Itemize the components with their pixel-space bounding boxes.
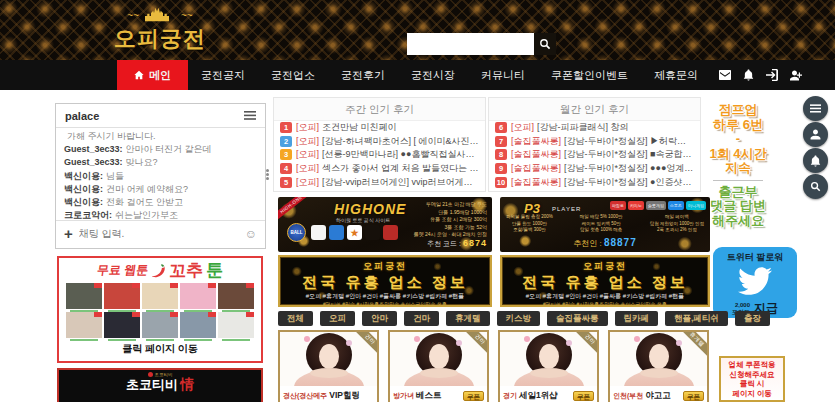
twitter-follow-banner[interactable]: 트위터 팔로워 2,000포인트 지급	[713, 247, 797, 318]
search-icon	[810, 181, 821, 192]
tab-lipcafe[interactable]: 립카페	[615, 311, 659, 326]
search-input[interactable]	[407, 33, 534, 55]
tab-kissbang[interactable]: 키스방	[497, 311, 541, 326]
banner-tags: #오피 #휴게텔 #안마 #건마 #풀싸롱 #키스방 #립카페 #핸플	[280, 292, 490, 301]
site-logo[interactable]: ~~ ~~ 오피궁전	[108, 3, 212, 53]
shop-card[interactable]: 건마 방가녀 베스트 쿠폰	[388, 330, 489, 402]
shop-card-label: 방가녀 베스트 쿠폰	[390, 388, 487, 402]
adduser-icon[interactable]	[790, 70, 802, 81]
chat-input[interactable]	[79, 228, 239, 239]
chat-message-list[interactable]: 가해 주시기 바랍니다. Guest_3ec33:안마아 터진거 같은데 Gue…	[56, 128, 265, 220]
nav-shops[interactable]: 궁전업소	[258, 60, 328, 90]
shop-card[interactable]: 건마 경기 세일1위샵 쿠폰	[498, 330, 599, 402]
review-list-item[interactable]: 3 [오피] [선릉-9만백마나라] ●●홈빨직접실사●●초이스 성공률100	[274, 148, 485, 162]
nav-partnership[interactable]: 제휴문의	[641, 60, 711, 90]
tab-gunma[interactable]: 건마	[404, 311, 439, 326]
bell-fab[interactable]	[803, 148, 828, 173]
category-tab-bar: 전체 오피 안마 건마 휴게텔 키스방 술집풀싸롱 립카페 핸플,페티쉬 출장	[278, 311, 710, 326]
chat-message: 백신이용:건마 어케 예약해요?	[64, 183, 257, 196]
palace-info-banner[interactable]: 오피궁전 전국 유흥 업소 정보 #오피 #휴게텔 #안마 #건마 #풀싸롱 #…	[278, 255, 492, 307]
banner-headline: 전국 유흥 업소 정보	[280, 273, 490, 290]
ball-emblem-icon: BALL	[287, 223, 306, 242]
promo-line: 댓글 답변	[705, 199, 771, 214]
nav-community[interactable]: 커뮤니티	[468, 60, 538, 90]
review-list-item[interactable]: 4 [오피] 섹스가 좋아서 업계 처음 발들였다는 초이 22살 솔직 간략 …	[274, 162, 485, 176]
shop-region: 경산(경산메주	[283, 391, 327, 401]
nav-main[interactable]: 메인	[117, 60, 188, 90]
promo-line: -	[705, 132, 771, 147]
nav-label: 커뮤니티	[481, 68, 525, 83]
p3-ad-banner[interactable]: P3 PLAYER 파칭코 카지노 슬롯게임 스포츠 미니게임 파워볼 롤링 총…	[500, 197, 710, 252]
review-list-item[interactable]: 1 [오피] 조건만남 미친페이	[274, 121, 485, 135]
webtoon-thumbnail	[104, 312, 140, 338]
review-list-item[interactable]: 6 [오피] [강남-피파클래식] 창의	[489, 121, 700, 135]
category-tag: [오피]	[296, 135, 319, 148]
coupon-badge: 쿠폰	[683, 391, 704, 401]
shop-name: 세일1위샵	[519, 390, 558, 402]
tab-opi[interactable]: 오피	[320, 311, 355, 326]
review-title: 섹스가 좋아서 업계 처음 발들였다는 초이 22살 솔직 간략 후기	[322, 162, 479, 175]
nav-reviews[interactable]: 궁전후기	[328, 60, 398, 90]
review-list-item[interactable]: 10 [술집풀싸롱] [강남-두바이*정실장] ●인증샷●윗치기작렬♥69자	[489, 175, 700, 189]
game-icon: ★	[347, 225, 362, 240]
nav-coupon-event[interactable]: 쿠폰할인이벤트	[538, 60, 641, 90]
rank-badge: 9	[495, 163, 507, 174]
weekly-review-panel: 주간 인기 후기 1 [오피] 조건만남 미친페이 2 [오피] [강남-하녀팩…	[273, 97, 486, 192]
tab-handple[interactable]: 핸플,페티쉬	[665, 311, 728, 326]
review-list-item[interactable]: 8 [술집풀싸롱] [강남-두바이*정실장] ■속궁합잘맞는댓■ 자지빠 2	[489, 148, 700, 162]
signin-icon[interactable]	[766, 69, 778, 81]
shop-card-label: 인천(부천 야고고 쿠폰	[610, 388, 707, 402]
referral-code: 추천인 : 88877	[500, 237, 710, 249]
highone-ad-banner[interactable]: HIGH-ONE HIGHONE 하이원 토토 공식 사이트 BALL ★ 투데…	[278, 197, 492, 252]
attach-plus-icon[interactable]: +	[64, 227, 73, 241]
shop-region: 인천(부천	[613, 391, 643, 401]
nav-label: 궁전후기	[341, 68, 385, 83]
nav-notice[interactable]: 궁전공지	[188, 60, 258, 90]
mail-icon[interactable]	[719, 70, 731, 80]
menu-fab[interactable]	[803, 96, 828, 121]
review-list-item[interactable]: 7 [술집풀싸롱] [강남-두바이*정실장] ▶허락받고 찍사찍음 ㅋㅋ 빨통	[489, 135, 700, 149]
banner-tags-secondary: #페티쉬 #립슬 #신림유흥주말떡속 초이스굿일떡속 유흥	[280, 301, 490, 307]
category-tag: [오피]	[511, 121, 534, 134]
review-list-item[interactable]: 2 [오피] [강남-하녀팩마초어스] [ 에이미&사진 ] 달해보세요 .. …	[274, 135, 485, 149]
category-ribbon: 건마	[463, 332, 487, 357]
webtoon-ad-banner[interactable]: 무료 웹툰 꼬추 툰 클릭 페이지 이동	[57, 256, 263, 363]
tab-all[interactable]: 전체	[278, 311, 313, 326]
category-tag: [오피]	[296, 148, 319, 161]
nav-market[interactable]: 궁전시장	[398, 60, 468, 90]
search-fab[interactable]	[803, 174, 828, 199]
shop-card[interactable]: 건마 경산(경산메주 VIP힐링	[278, 330, 379, 402]
chocotv-ad-banner[interactable]: 초코티비 초코티비情	[57, 368, 263, 402]
rank-badge: 3	[280, 149, 292, 160]
flourish-left: ~~	[127, 9, 139, 23]
search-button[interactable]	[534, 33, 556, 55]
category-tag: [오피]	[296, 121, 319, 134]
game-icon-row: ★	[311, 225, 398, 240]
review-list-item[interactable]: 9 [술집풀싸롱] [강남-두바이*정실장] ●●●엉계역시 좋아요-조임	[489, 162, 700, 176]
game-chip: 파칭코	[610, 201, 626, 210]
coupon-apply-banner[interactable]: 업체 쿠폰적용 신청해주세요 클릭 시 페이지 이동	[719, 356, 785, 402]
user-fab[interactable]	[803, 122, 828, 147]
review-list-item[interactable]: 5 [오피] [강남-vvip러브어게인] vvip러브어게인 제니를 닮은듯한…	[274, 175, 485, 189]
logo-text: 오피궁전	[108, 23, 212, 53]
review-title: [선릉-9만백마나라] ●●홈빨직접실사●●초이스 성공률100	[322, 148, 479, 161]
review-title: [강남-피파클래식] 창의	[537, 121, 629, 134]
palace-icon	[142, 6, 178, 23]
hamburger-icon[interactable]	[244, 111, 256, 120]
page: ~~ ~~ 오피궁전 메인 궁전공지 궁전업소	[0, 0, 835, 402]
chili-icon	[151, 263, 166, 278]
nav-label: 궁전업소	[271, 68, 315, 83]
palace-info-banner[interactable]: 오피궁전 전국 유흥 업소 정보 #오피 #휴게텔 #안마 #건마 #풀싸롱 #…	[500, 255, 710, 307]
tab-fullsalon[interactable]: 술집풀싸롱	[547, 311, 608, 326]
chat-resize-handle[interactable]	[266, 168, 270, 181]
shop-card[interactable]: 휴게텔 인천(부천 야고고 쿠폰	[608, 330, 709, 402]
emoji-icon[interactable]: ☺	[245, 227, 257, 241]
webtoon-thumbnail	[180, 283, 216, 309]
tab-hyugetel[interactable]: 휴게텔	[446, 311, 490, 326]
coupon-line: 클릭 시	[721, 379, 783, 389]
nav-icon-group	[719, 60, 802, 90]
bell-icon[interactable]	[743, 69, 754, 81]
tab-chuljang[interactable]: 출장	[735, 311, 770, 326]
banner-headline: 전국 유흥 업소 정보	[502, 273, 708, 290]
tab-anma[interactable]: 안마	[362, 311, 397, 326]
